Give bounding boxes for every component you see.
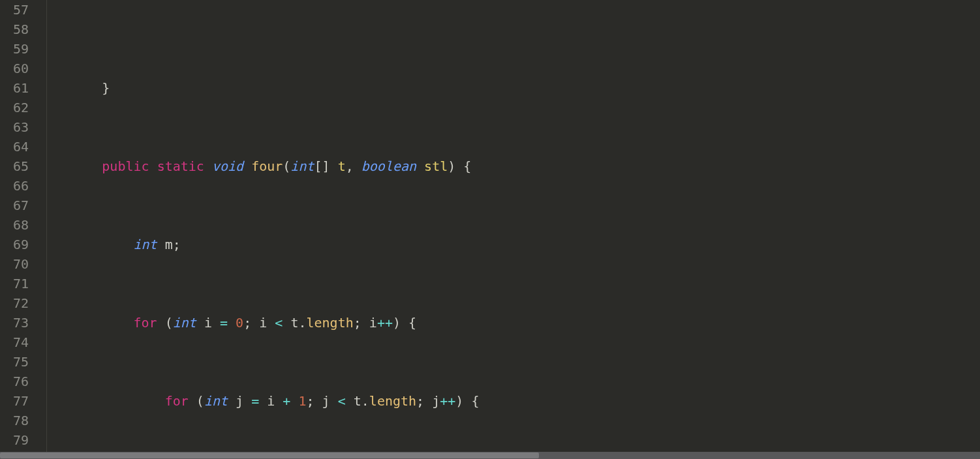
line-number: 59 [0, 39, 29, 59]
line-number: 75 [0, 352, 29, 372]
line-number: 70 [0, 254, 29, 274]
code-line[interactable]: for (int i = 0; i < t.length; i++) { [39, 313, 980, 333]
line-number: 68 [0, 215, 29, 235]
line-number: 77 [0, 391, 29, 411]
code-line[interactable]: } [39, 78, 980, 98]
line-number: 65 [0, 156, 29, 176]
horizontal-scrollbar[interactable] [0, 452, 980, 459]
indent-guide [46, 0, 47, 459]
line-number: 78 [0, 411, 29, 430]
line-number: 58 [0, 20, 29, 39]
line-number: 67 [0, 196, 29, 215]
line-number: 66 [0, 176, 29, 196]
line-number: 74 [0, 333, 29, 352]
line-number: 79 [0, 430, 29, 450]
line-number: 72 [0, 293, 29, 313]
line-number: 76 [0, 372, 29, 391]
code-line[interactable]: int m; [39, 235, 980, 254]
scrollbar-thumb[interactable] [0, 452, 539, 458]
line-number: 62 [0, 98, 29, 117]
line-number: 61 [0, 78, 29, 98]
line-number: 57 [0, 0, 29, 20]
line-number: 64 [0, 137, 29, 156]
line-number: 71 [0, 274, 29, 293]
code-area[interactable]: } public static void four(int[] t, boole… [39, 0, 980, 459]
line-number-gutter: 5758596061626364656667686970717273747576… [0, 0, 39, 459]
line-number: 63 [0, 117, 29, 137]
code-line[interactable]: public static void four(int[] t, boolean… [39, 156, 980, 176]
line-number: 73 [0, 313, 29, 333]
line-number: 69 [0, 235, 29, 254]
line-number: 60 [0, 59, 29, 78]
code-editor[interactable]: 5758596061626364656667686970717273747576… [0, 0, 980, 459]
code-line[interactable]: for (int j = i + 1; j < t.length; j++) { [39, 391, 980, 411]
